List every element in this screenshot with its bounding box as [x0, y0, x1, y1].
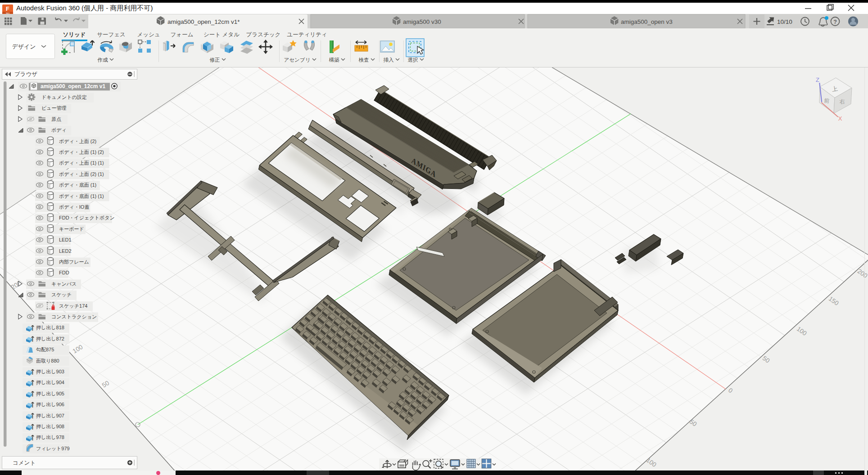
svg-text:押し出し978: 押し出し978: [36, 435, 64, 440]
svg-text:amiga500 v30: amiga500 v30: [403, 18, 441, 25]
svg-text:押し出し907: 押し出し907: [36, 413, 64, 418]
svg-text:フィレット979: フィレット979: [36, 446, 70, 451]
svg-text:F: F: [6, 5, 9, 12]
svg-text:ビュー管理: ビュー管理: [41, 105, 67, 111]
svg-text:原点: 原点: [51, 117, 61, 122]
svg-text:押し出し906: 押し出し906: [36, 402, 64, 407]
svg-text:ボディ・上面 (2): ボディ・上面 (2): [59, 139, 96, 144]
svg-text:ボディ・上面 (1) (1): ボディ・上面 (1) (1): [59, 160, 104, 166]
svg-text:ボディ: ボディ: [51, 127, 67, 133]
svg-text:修正: 修正: [210, 57, 220, 63]
svg-text:ドキュメントの設定: ドキュメントの設定: [41, 94, 87, 100]
svg-text:スケッチ: スケッチ: [51, 292, 72, 297]
svg-text:キャンバス: キャンバス: [51, 281, 77, 287]
svg-text:上: 上: [832, 85, 838, 93]
svg-text:勾配875: 勾配875: [36, 347, 54, 352]
svg-text:LED2: LED2: [59, 248, 72, 254]
svg-text:FDD: FDD: [59, 270, 69, 275]
svg-text:X: X: [838, 115, 842, 122]
svg-text:ボディ・上面 (1) (2): ボディ・上面 (1) (2): [59, 149, 104, 155]
svg-text:挿入: 挿入: [384, 57, 394, 63]
svg-text:内部フレーム: 内部フレーム: [59, 259, 89, 264]
svg-text:フォーム: フォーム: [171, 31, 194, 38]
svg-text:選択: 選択: [408, 57, 418, 63]
svg-text:amiga500_open_12cm v1: amiga500_open_12cm v1: [41, 83, 105, 90]
svg-text:LED1: LED1: [59, 237, 72, 242]
svg-text:押し出し818: 押し出し818: [36, 325, 64, 330]
svg-text:ボディ・IO蓋: ボディ・IO蓋: [59, 204, 89, 210]
svg-text:デザイン: デザイン: [12, 43, 36, 50]
svg-text:構築: 構築: [329, 57, 340, 63]
svg-text:面取り880: 面取り880: [36, 358, 59, 363]
svg-text:押し出し872: 押し出し872: [36, 336, 64, 341]
svg-text:10/10: 10/10: [777, 18, 792, 25]
svg-text:メッシュ: メッシュ: [137, 31, 160, 38]
svg-text:押し出し908: 押し出し908: [36, 424, 64, 429]
svg-text:プラスチック: プラスチック: [246, 31, 281, 38]
svg-text:ユーティリティ: ユーティリティ: [287, 31, 327, 38]
svg-text:押し出し903: 押し出し903: [36, 369, 64, 374]
svg-text:作成: 作成: [98, 57, 108, 63]
svg-text:押し出し905: 押し出し905: [36, 391, 64, 396]
svg-text:アセンブリ: アセンブリ: [284, 57, 311, 63]
svg-text:スケッチ174: スケッチ174: [59, 303, 87, 309]
svg-text:amiga500_open v3: amiga500_open v3: [621, 18, 673, 25]
svg-text:コンストラクション: コンストラクション: [51, 314, 97, 319]
svg-text:前: 前: [824, 98, 830, 104]
svg-text:ボディ・底面 (1) (1): ボディ・底面 (1) (1): [59, 193, 104, 199]
svg-text:ソリッド: ソリッド: [63, 31, 86, 38]
svg-text:ブラウザ: ブラウザ: [14, 71, 37, 77]
svg-text:FDD・イジェクトボタン: FDD・イジェクトボタン: [59, 215, 115, 220]
svg-text:コメント: コメント: [13, 460, 36, 466]
svg-text:ボディ・底面 (1): ボディ・底面 (1): [59, 182, 96, 188]
svg-text:右: 右: [839, 99, 845, 105]
svg-text:Z: Z: [816, 76, 819, 83]
svg-text:検査: 検査: [359, 57, 369, 63]
svg-text:ボディ・上面 (2) (1): ボディ・上面 (2) (1): [59, 171, 104, 177]
svg-text:?: ?: [833, 19, 837, 25]
svg-text:押し出し904: 押し出し904: [36, 380, 64, 385]
svg-text:キーボード: キーボード: [59, 226, 84, 232]
svg-text:amiga500_open_12cm v1*: amiga500_open_12cm v1*: [167, 18, 240, 25]
svg-text:シート メタル: シート メタル: [203, 31, 240, 38]
svg-text:サーフェス: サーフェス: [97, 31, 126, 38]
